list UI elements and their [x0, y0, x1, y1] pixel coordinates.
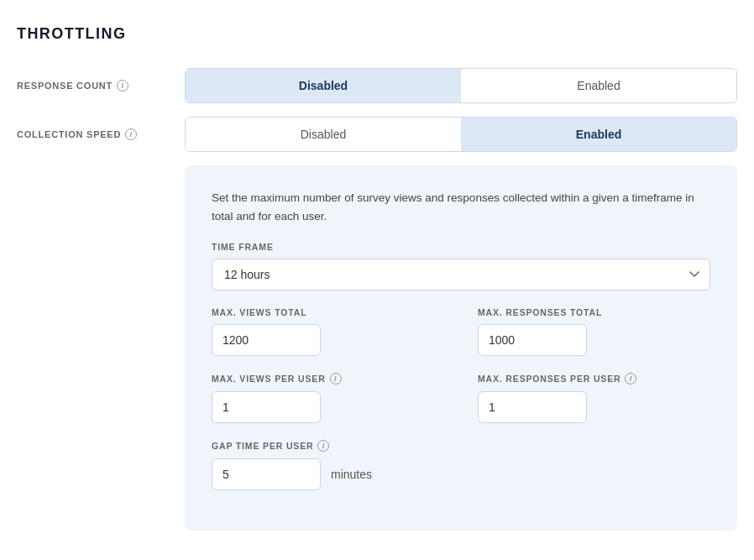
max-responses-per-user-label: MAX. RESPONSES PER USER i: [478, 373, 710, 385]
gap-time-unit: minutes: [331, 468, 372, 481]
max-responses-total-label: MAX. RESPONSES TOTAL: [478, 307, 710, 317]
max-responses-total-input[interactable]: [478, 324, 587, 356]
gap-time-label: GAP TIME PER USER i: [212, 440, 710, 452]
max-views-total-input[interactable]: [212, 324, 321, 356]
max-responses-per-user-input[interactable]: [478, 391, 587, 423]
collection-speed-info-icon[interactable]: i: [125, 128, 137, 140]
max-views-per-user-input[interactable]: [212, 391, 321, 423]
collection-speed-label: COLLECTION SPEED i: [17, 128, 185, 140]
gap-time-input[interactable]: [212, 458, 321, 490]
time-frame-label: TIME FRAME: [212, 242, 710, 252]
collection-speed-toggle-group: Disabled Enabled: [185, 117, 737, 152]
max-responses-per-user-info-icon[interactable]: i: [625, 373, 636, 385]
time-frame-select[interactable]: 1 hour 2 hours 6 hours 12 hours 24 hours…: [212, 259, 710, 290]
max-views-per-user-section: MAX. VIEWS PER USER i: [212, 373, 444, 423]
response-count-enabled-btn[interactable]: Enabled: [461, 69, 736, 102]
time-frame-section: TIME FRAME 1 hour 2 hours 6 hours 12 hou…: [212, 242, 710, 290]
max-responses-per-user-section: MAX. RESPONSES PER USER i: [478, 373, 710, 423]
collection-speed-row: COLLECTION SPEED i Disabled Enabled: [17, 117, 737, 152]
max-responses-total-section: MAX. RESPONSES TOTAL: [478, 307, 710, 356]
max-views-per-user-label: MAX. VIEWS PER USER i: [212, 373, 444, 385]
response-count-toggle-group: Disabled Enabled: [185, 68, 737, 103]
gap-time-input-row: minutes: [212, 458, 710, 490]
response-count-info-icon[interactable]: i: [117, 80, 128, 92]
page-title: THROTTLING: [17, 25, 737, 43]
gap-time-info-icon[interactable]: i: [317, 440, 329, 452]
max-totals-row: MAX. VIEWS TOTAL MAX. RESPONSES TOTAL: [212, 307, 710, 356]
response-count-disabled-btn[interactable]: Disabled: [186, 69, 461, 102]
response-count-row: RESPONSE COUNT i Disabled Enabled: [17, 68, 737, 103]
collection-speed-enabled-btn[interactable]: Enabled: [461, 118, 736, 151]
collection-speed-disabled-btn[interactable]: Disabled: [186, 118, 461, 151]
panel-description: Set the maximum number of survey views a…: [212, 189, 710, 225]
collection-speed-panel: Set the maximum number of survey views a…: [185, 165, 737, 531]
max-views-per-user-info-icon[interactable]: i: [330, 373, 342, 385]
max-views-total-section: MAX. VIEWS TOTAL: [212, 307, 444, 356]
max-views-total-label: MAX. VIEWS TOTAL: [212, 307, 444, 317]
max-per-user-row: MAX. VIEWS PER USER i MAX. RESPONSES PER…: [212, 373, 710, 423]
response-count-label: RESPONSE COUNT i: [17, 80, 185, 92]
gap-time-section: GAP TIME PER USER i minutes: [212, 440, 710, 490]
